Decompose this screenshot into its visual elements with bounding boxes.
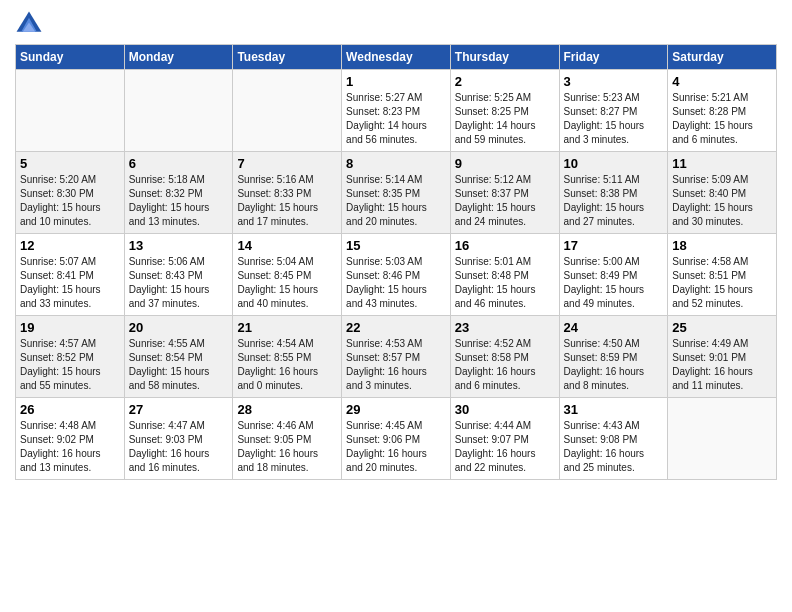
day-number: 24 bbox=[564, 320, 664, 335]
calendar-day-cell: 6Sunrise: 5:18 AMSunset: 8:32 PMDaylight… bbox=[124, 152, 233, 234]
day-info: Sunrise: 5:06 AMSunset: 8:43 PMDaylight:… bbox=[129, 255, 229, 311]
day-info: Sunrise: 5:12 AMSunset: 8:37 PMDaylight:… bbox=[455, 173, 555, 229]
calendar-day-cell: 1Sunrise: 5:27 AMSunset: 8:23 PMDaylight… bbox=[342, 70, 451, 152]
calendar-day-cell: 18Sunrise: 4:58 AMSunset: 8:51 PMDayligh… bbox=[668, 234, 777, 316]
day-number: 10 bbox=[564, 156, 664, 171]
calendar-day-cell: 2Sunrise: 5:25 AMSunset: 8:25 PMDaylight… bbox=[450, 70, 559, 152]
day-number: 26 bbox=[20, 402, 120, 417]
calendar-day-cell: 24Sunrise: 4:50 AMSunset: 8:59 PMDayligh… bbox=[559, 316, 668, 398]
calendar-day-cell: 19Sunrise: 4:57 AMSunset: 8:52 PMDayligh… bbox=[16, 316, 125, 398]
day-number: 29 bbox=[346, 402, 446, 417]
day-number: 14 bbox=[237, 238, 337, 253]
calendar-day-cell: 17Sunrise: 5:00 AMSunset: 8:49 PMDayligh… bbox=[559, 234, 668, 316]
day-number: 9 bbox=[455, 156, 555, 171]
calendar-day-cell: 13Sunrise: 5:06 AMSunset: 8:43 PMDayligh… bbox=[124, 234, 233, 316]
day-number: 15 bbox=[346, 238, 446, 253]
calendar-header-tuesday: Tuesday bbox=[233, 45, 342, 70]
day-info: Sunrise: 5:23 AMSunset: 8:27 PMDaylight:… bbox=[564, 91, 664, 147]
calendar-week-row: 26Sunrise: 4:48 AMSunset: 9:02 PMDayligh… bbox=[16, 398, 777, 480]
day-info: Sunrise: 5:21 AMSunset: 8:28 PMDaylight:… bbox=[672, 91, 772, 147]
calendar-day-cell bbox=[124, 70, 233, 152]
day-number: 4 bbox=[672, 74, 772, 89]
day-info: Sunrise: 5:27 AMSunset: 8:23 PMDaylight:… bbox=[346, 91, 446, 147]
day-info: Sunrise: 4:45 AMSunset: 9:06 PMDaylight:… bbox=[346, 419, 446, 475]
day-number: 11 bbox=[672, 156, 772, 171]
day-info: Sunrise: 5:18 AMSunset: 8:32 PMDaylight:… bbox=[129, 173, 229, 229]
calendar-day-cell: 5Sunrise: 5:20 AMSunset: 8:30 PMDaylight… bbox=[16, 152, 125, 234]
day-info: Sunrise: 4:53 AMSunset: 8:57 PMDaylight:… bbox=[346, 337, 446, 393]
calendar-day-cell: 16Sunrise: 5:01 AMSunset: 8:48 PMDayligh… bbox=[450, 234, 559, 316]
day-number: 1 bbox=[346, 74, 446, 89]
day-info: Sunrise: 5:09 AMSunset: 8:40 PMDaylight:… bbox=[672, 173, 772, 229]
day-info: Sunrise: 4:54 AMSunset: 8:55 PMDaylight:… bbox=[237, 337, 337, 393]
day-number: 20 bbox=[129, 320, 229, 335]
day-number: 5 bbox=[20, 156, 120, 171]
calendar-table: SundayMondayTuesdayWednesdayThursdayFrid… bbox=[15, 44, 777, 480]
calendar-header-saturday: Saturday bbox=[668, 45, 777, 70]
day-info: Sunrise: 4:55 AMSunset: 8:54 PMDaylight:… bbox=[129, 337, 229, 393]
day-number: 17 bbox=[564, 238, 664, 253]
calendar-header-monday: Monday bbox=[124, 45, 233, 70]
calendar-day-cell: 26Sunrise: 4:48 AMSunset: 9:02 PMDayligh… bbox=[16, 398, 125, 480]
day-info: Sunrise: 4:50 AMSunset: 8:59 PMDaylight:… bbox=[564, 337, 664, 393]
calendar-day-cell bbox=[668, 398, 777, 480]
calendar-day-cell bbox=[233, 70, 342, 152]
day-info: Sunrise: 5:04 AMSunset: 8:45 PMDaylight:… bbox=[237, 255, 337, 311]
calendar-day-cell: 14Sunrise: 5:04 AMSunset: 8:45 PMDayligh… bbox=[233, 234, 342, 316]
day-number: 28 bbox=[237, 402, 337, 417]
calendar-day-cell: 30Sunrise: 4:44 AMSunset: 9:07 PMDayligh… bbox=[450, 398, 559, 480]
day-number: 2 bbox=[455, 74, 555, 89]
day-number: 18 bbox=[672, 238, 772, 253]
day-number: 6 bbox=[129, 156, 229, 171]
day-number: 7 bbox=[237, 156, 337, 171]
day-number: 16 bbox=[455, 238, 555, 253]
calendar-day-cell: 10Sunrise: 5:11 AMSunset: 8:38 PMDayligh… bbox=[559, 152, 668, 234]
calendar-day-cell: 12Sunrise: 5:07 AMSunset: 8:41 PMDayligh… bbox=[16, 234, 125, 316]
day-info: Sunrise: 4:44 AMSunset: 9:07 PMDaylight:… bbox=[455, 419, 555, 475]
calendar-week-row: 1Sunrise: 5:27 AMSunset: 8:23 PMDaylight… bbox=[16, 70, 777, 152]
calendar-day-cell: 11Sunrise: 5:09 AMSunset: 8:40 PMDayligh… bbox=[668, 152, 777, 234]
calendar-day-cell bbox=[16, 70, 125, 152]
day-number: 21 bbox=[237, 320, 337, 335]
header bbox=[15, 10, 777, 38]
calendar-day-cell: 23Sunrise: 4:52 AMSunset: 8:58 PMDayligh… bbox=[450, 316, 559, 398]
calendar-header-row: SundayMondayTuesdayWednesdayThursdayFrid… bbox=[16, 45, 777, 70]
day-info: Sunrise: 4:57 AMSunset: 8:52 PMDaylight:… bbox=[20, 337, 120, 393]
calendar-week-row: 5Sunrise: 5:20 AMSunset: 8:30 PMDaylight… bbox=[16, 152, 777, 234]
day-info: Sunrise: 5:25 AMSunset: 8:25 PMDaylight:… bbox=[455, 91, 555, 147]
calendar-day-cell: 21Sunrise: 4:54 AMSunset: 8:55 PMDayligh… bbox=[233, 316, 342, 398]
day-number: 27 bbox=[129, 402, 229, 417]
logo-icon bbox=[15, 10, 43, 38]
day-info: Sunrise: 4:46 AMSunset: 9:05 PMDaylight:… bbox=[237, 419, 337, 475]
calendar-header-friday: Friday bbox=[559, 45, 668, 70]
calendar-day-cell: 4Sunrise: 5:21 AMSunset: 8:28 PMDaylight… bbox=[668, 70, 777, 152]
calendar-day-cell: 15Sunrise: 5:03 AMSunset: 8:46 PMDayligh… bbox=[342, 234, 451, 316]
day-number: 8 bbox=[346, 156, 446, 171]
day-number: 30 bbox=[455, 402, 555, 417]
calendar-day-cell: 31Sunrise: 4:43 AMSunset: 9:08 PMDayligh… bbox=[559, 398, 668, 480]
day-info: Sunrise: 5:01 AMSunset: 8:48 PMDaylight:… bbox=[455, 255, 555, 311]
day-info: Sunrise: 4:47 AMSunset: 9:03 PMDaylight:… bbox=[129, 419, 229, 475]
day-info: Sunrise: 5:20 AMSunset: 8:30 PMDaylight:… bbox=[20, 173, 120, 229]
day-info: Sunrise: 5:07 AMSunset: 8:41 PMDaylight:… bbox=[20, 255, 120, 311]
day-number: 19 bbox=[20, 320, 120, 335]
day-number: 12 bbox=[20, 238, 120, 253]
day-number: 3 bbox=[564, 74, 664, 89]
calendar-day-cell: 27Sunrise: 4:47 AMSunset: 9:03 PMDayligh… bbox=[124, 398, 233, 480]
day-info: Sunrise: 4:49 AMSunset: 9:01 PMDaylight:… bbox=[672, 337, 772, 393]
calendar-week-row: 19Sunrise: 4:57 AMSunset: 8:52 PMDayligh… bbox=[16, 316, 777, 398]
calendar-header-thursday: Thursday bbox=[450, 45, 559, 70]
day-info: Sunrise: 4:43 AMSunset: 9:08 PMDaylight:… bbox=[564, 419, 664, 475]
calendar-day-cell: 9Sunrise: 5:12 AMSunset: 8:37 PMDaylight… bbox=[450, 152, 559, 234]
day-number: 25 bbox=[672, 320, 772, 335]
day-number: 22 bbox=[346, 320, 446, 335]
day-info: Sunrise: 5:16 AMSunset: 8:33 PMDaylight:… bbox=[237, 173, 337, 229]
calendar-day-cell: 25Sunrise: 4:49 AMSunset: 9:01 PMDayligh… bbox=[668, 316, 777, 398]
calendar-day-cell: 20Sunrise: 4:55 AMSunset: 8:54 PMDayligh… bbox=[124, 316, 233, 398]
day-info: Sunrise: 5:00 AMSunset: 8:49 PMDaylight:… bbox=[564, 255, 664, 311]
day-number: 23 bbox=[455, 320, 555, 335]
calendar-week-row: 12Sunrise: 5:07 AMSunset: 8:41 PMDayligh… bbox=[16, 234, 777, 316]
day-info: Sunrise: 4:48 AMSunset: 9:02 PMDaylight:… bbox=[20, 419, 120, 475]
day-info: Sunrise: 4:52 AMSunset: 8:58 PMDaylight:… bbox=[455, 337, 555, 393]
calendar-day-cell: 22Sunrise: 4:53 AMSunset: 8:57 PMDayligh… bbox=[342, 316, 451, 398]
